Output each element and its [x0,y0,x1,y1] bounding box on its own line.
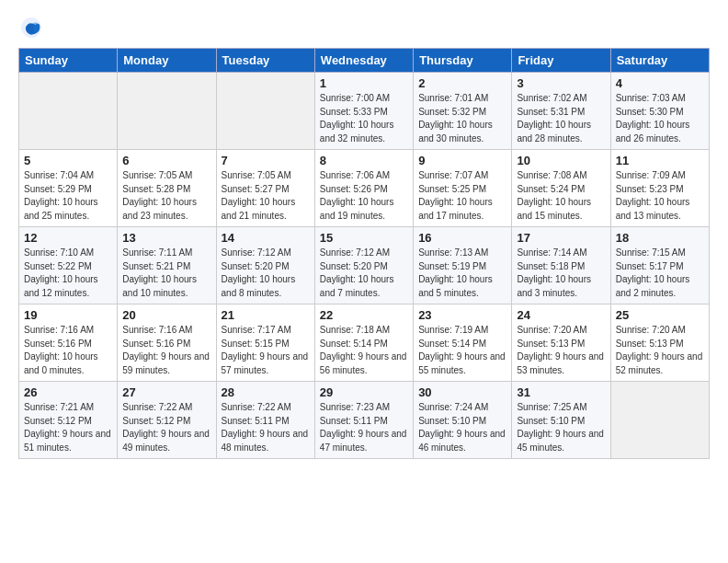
day-number: 5 [24,154,112,167]
calendar-header-row: SundayMondayTuesdayWednesdayThursdayFrid… [19,49,710,73]
day-number: 26 [24,385,112,399]
calendar-body: 1Sunrise: 7:00 AM Sunset: 5:33 PM Daylig… [19,73,710,459]
day-number: 17 [517,231,605,245]
calendar-week-1: 1Sunrise: 7:00 AM Sunset: 5:33 PM Daylig… [19,73,710,150]
day-number: 23 [418,308,506,322]
day-header-wednesday: Wednesday [314,49,413,73]
calendar-cell [118,73,216,150]
day-detail: Sunrise: 7:17 AM Sunset: 5:15 PM Dayligh… [222,324,310,377]
calendar-cell [216,73,314,150]
day-header-sunday: Sunday [19,49,118,73]
day-detail: Sunrise: 7:22 AM Sunset: 5:11 PM Dayligh… [222,401,310,454]
day-number: 18 [616,231,704,245]
day-number: 21 [222,308,310,322]
day-number: 28 [222,385,310,399]
calendar-cell: 9Sunrise: 7:07 AM Sunset: 5:25 PM Daylig… [414,150,512,227]
day-detail: Sunrise: 7:16 AM Sunset: 5:16 PM Dayligh… [122,324,210,377]
day-number: 13 [122,231,210,245]
day-detail: Sunrise: 7:20 AM Sunset: 5:13 PM Dayligh… [517,324,605,377]
calendar-cell [19,73,118,150]
day-number: 12 [24,231,112,245]
calendar-week-3: 12Sunrise: 7:10 AM Sunset: 5:22 PM Dayli… [19,227,710,304]
calendar-cell: 14Sunrise: 7:12 AM Sunset: 5:20 PM Dayli… [216,227,314,304]
day-detail: Sunrise: 7:13 AM Sunset: 5:19 PM Dayligh… [418,247,506,300]
day-detail: Sunrise: 7:23 AM Sunset: 5:11 PM Dayligh… [320,401,408,454]
day-number: 20 [122,308,210,322]
day-number: 31 [517,385,605,399]
calendar-cell: 3Sunrise: 7:02 AM Sunset: 5:31 PM Daylig… [512,73,610,150]
calendar-cell: 16Sunrise: 7:13 AM Sunset: 5:19 PM Dayli… [414,227,512,304]
day-detail: Sunrise: 7:02 AM Sunset: 5:31 PM Dayligh… [517,92,605,145]
day-detail: Sunrise: 7:01 AM Sunset: 5:32 PM Dayligh… [418,92,506,145]
day-detail: Sunrise: 7:21 AM Sunset: 5:12 PM Dayligh… [24,401,112,454]
day-detail: Sunrise: 7:15 AM Sunset: 5:17 PM Dayligh… [616,247,704,300]
page: SundayMondayTuesdayWednesdayThursdayFrid… [0,0,728,563]
day-header-tuesday: Tuesday [216,49,314,73]
day-detail: Sunrise: 7:08 AM Sunset: 5:24 PM Dayligh… [517,169,605,223]
calendar-cell: 1Sunrise: 7:00 AM Sunset: 5:33 PM Daylig… [314,73,413,150]
day-number: 24 [517,308,605,322]
day-detail: Sunrise: 7:19 AM Sunset: 5:14 PM Dayligh… [418,324,506,377]
day-detail: Sunrise: 7:24 AM Sunset: 5:10 PM Dayligh… [418,401,506,454]
calendar-cell: 26Sunrise: 7:21 AM Sunset: 5:12 PM Dayli… [19,382,118,459]
day-detail: Sunrise: 7:09 AM Sunset: 5:23 PM Dayligh… [616,169,704,223]
calendar-cell: 18Sunrise: 7:15 AM Sunset: 5:17 PM Dayli… [610,227,709,304]
day-number: 19 [24,308,112,322]
day-header-monday: Monday [118,49,216,73]
calendar-cell: 19Sunrise: 7:16 AM Sunset: 5:16 PM Dayli… [19,304,118,382]
calendar-cell: 15Sunrise: 7:12 AM Sunset: 5:20 PM Dayli… [314,227,413,304]
calendar-cell: 30Sunrise: 7:24 AM Sunset: 5:10 PM Dayli… [414,382,512,459]
calendar-cell: 10Sunrise: 7:08 AM Sunset: 5:24 PM Dayli… [512,150,610,227]
day-number: 7 [222,154,310,167]
calendar-cell: 6Sunrise: 7:05 AM Sunset: 5:28 PM Daylig… [118,150,216,227]
day-number: 29 [320,385,408,399]
day-detail: Sunrise: 7:16 AM Sunset: 5:16 PM Dayligh… [24,324,112,377]
calendar-cell [610,382,709,459]
day-number: 15 [320,231,408,245]
calendar-cell: 8Sunrise: 7:06 AM Sunset: 5:26 PM Daylig… [314,150,413,227]
day-number: 4 [616,76,704,90]
calendar-cell: 12Sunrise: 7:10 AM Sunset: 5:22 PM Dayli… [19,227,118,304]
calendar-cell: 23Sunrise: 7:19 AM Sunset: 5:14 PM Dayli… [414,304,512,382]
calendar-cell: 21Sunrise: 7:17 AM Sunset: 5:15 PM Dayli… [216,304,314,382]
day-detail: Sunrise: 7:06 AM Sunset: 5:26 PM Dayligh… [320,169,408,223]
day-detail: Sunrise: 7:11 AM Sunset: 5:21 PM Dayligh… [122,247,210,300]
day-detail: Sunrise: 7:07 AM Sunset: 5:25 PM Dayligh… [418,169,506,223]
calendar-header: SundayMondayTuesdayWednesdayThursdayFrid… [19,49,710,73]
day-number: 3 [517,76,605,90]
calendar-week-5: 26Sunrise: 7:21 AM Sunset: 5:12 PM Dayli… [19,382,710,459]
day-detail: Sunrise: 7:25 AM Sunset: 5:10 PM Dayligh… [517,401,605,454]
calendar-cell: 4Sunrise: 7:03 AM Sunset: 5:30 PM Daylig… [610,73,709,150]
day-detail: Sunrise: 7:22 AM Sunset: 5:12 PM Dayligh… [122,401,210,454]
day-header-thursday: Thursday [414,49,512,73]
day-number: 30 [418,385,506,399]
day-number: 10 [517,154,605,167]
calendar-cell: 17Sunrise: 7:14 AM Sunset: 5:18 PM Dayli… [512,227,610,304]
calendar-cell: 13Sunrise: 7:11 AM Sunset: 5:21 PM Dayli… [118,227,216,304]
day-detail: Sunrise: 7:05 AM Sunset: 5:28 PM Dayligh… [122,169,210,223]
day-detail: Sunrise: 7:10 AM Sunset: 5:22 PM Dayligh… [24,247,112,300]
calendar-cell: 11Sunrise: 7:09 AM Sunset: 5:23 PM Dayli… [610,150,709,227]
day-number: 14 [222,231,310,245]
header [18,15,710,40]
calendar-cell: 27Sunrise: 7:22 AM Sunset: 5:12 PM Dayli… [118,382,216,459]
day-number: 8 [320,154,408,167]
day-number: 9 [418,154,506,167]
day-number: 22 [320,308,408,322]
day-detail: Sunrise: 7:00 AM Sunset: 5:33 PM Dayligh… [320,92,408,145]
day-detail: Sunrise: 7:04 AM Sunset: 5:29 PM Dayligh… [24,169,112,223]
calendar-cell: 24Sunrise: 7:20 AM Sunset: 5:13 PM Dayli… [512,304,610,382]
day-detail: Sunrise: 7:03 AM Sunset: 5:30 PM Dayligh… [616,92,704,145]
calendar-cell: 28Sunrise: 7:22 AM Sunset: 5:11 PM Dayli… [216,382,314,459]
calendar-cell: 25Sunrise: 7:20 AM Sunset: 5:13 PM Dayli… [610,304,709,382]
calendar-cell: 31Sunrise: 7:25 AM Sunset: 5:10 PM Dayli… [512,382,610,459]
day-number: 16 [418,231,506,245]
calendar-cell: 7Sunrise: 7:05 AM Sunset: 5:27 PM Daylig… [216,150,314,227]
calendar-cell: 2Sunrise: 7:01 AM Sunset: 5:32 PM Daylig… [414,73,512,150]
day-detail: Sunrise: 7:18 AM Sunset: 5:14 PM Dayligh… [320,324,408,377]
day-detail: Sunrise: 7:05 AM Sunset: 5:27 PM Dayligh… [222,169,310,223]
day-number: 1 [320,76,408,90]
calendar-cell: 20Sunrise: 7:16 AM Sunset: 5:16 PM Dayli… [118,304,216,382]
day-detail: Sunrise: 7:14 AM Sunset: 5:18 PM Dayligh… [517,247,605,300]
calendar-cell: 22Sunrise: 7:18 AM Sunset: 5:14 PM Dayli… [314,304,413,382]
